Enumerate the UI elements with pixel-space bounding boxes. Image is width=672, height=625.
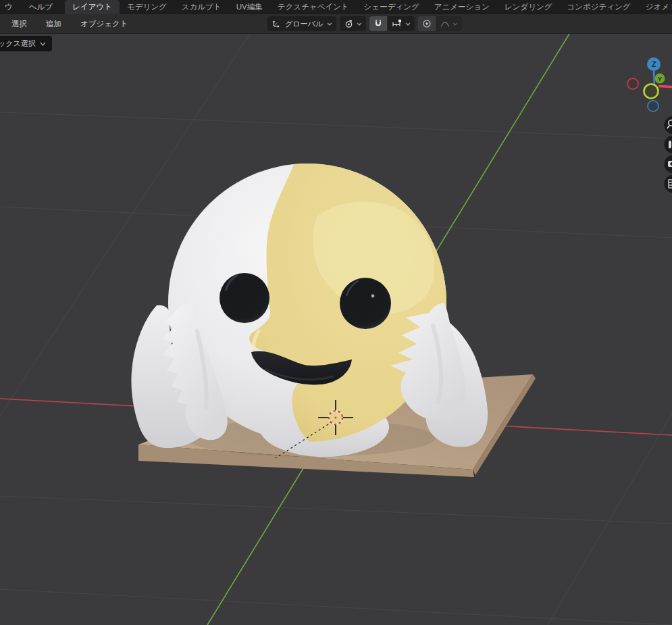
menu-window-partial[interactable]: ウ <box>2 2 16 12</box>
active-tool-dropdown[interactable]: ックス選択 <box>0 36 52 51</box>
pivot-point-dropdown[interactable] <box>340 16 366 31</box>
chevron-down-icon <box>357 22 362 26</box>
orientation-axes-icon <box>272 19 281 28</box>
transform-orientation-dropdown[interactable]: グローバル <box>267 16 336 31</box>
proportional-editing-toggle[interactable] <box>418 16 436 31</box>
camera-view-button[interactable] <box>665 155 672 174</box>
tab-geometry-nodes[interactable]: ジオメトリノード <box>638 0 672 14</box>
right-eye <box>340 278 391 329</box>
topbar-menus: ウ ヘルプ <box>0 0 55 14</box>
gizmo-y-pos-ball[interactable]: Y <box>655 74 665 84</box>
pivot-point-icon <box>344 19 354 29</box>
active-tool-label: ックス選択 <box>0 39 36 49</box>
snap-increment-icon <box>392 19 403 28</box>
falloff-curve-icon <box>440 19 450 28</box>
menu-help[interactable]: ヘルプ <box>26 2 55 12</box>
gizmo-x-neg-ball[interactable] <box>627 78 638 89</box>
viewport-header-menus: 選択 追加 オブジェクト <box>9 14 131 34</box>
gizmo-z-pos-ball[interactable]: Z <box>647 57 661 71</box>
tab-uv-editing[interactable]: UV編集 <box>229 0 270 14</box>
viewport-header-tools: グローバル <box>267 16 462 31</box>
chevron-down-icon <box>405 22 411 26</box>
snap-toggle-button[interactable] <box>369 16 387 31</box>
left-eye <box>219 273 269 323</box>
chevron-down-icon <box>327 22 332 26</box>
transform-orientation-label: グローバル <box>284 19 324 29</box>
tab-rendering[interactable]: レンダリング <box>497 0 560 14</box>
viewport-side-buttons <box>665 116 672 193</box>
grid-toggle-button[interactable] <box>665 175 672 193</box>
menu-object[interactable]: オブジェクト <box>78 19 131 29</box>
tab-shading[interactable]: シェーディング <box>357 0 427 14</box>
workspace-tabs: レイアウト モデリング スカルプト UV編集 テクスチャペイント シェーディング… <box>65 0 672 14</box>
magnet-icon <box>373 19 383 28</box>
snap-with-dropdown[interactable] <box>388 16 415 31</box>
scene-canvas: Z Y <box>0 34 672 625</box>
chevron-down-icon <box>40 42 46 46</box>
proportional-editing-icon <box>422 19 432 28</box>
navigation-gizmo[interactable]: Z Y <box>627 57 672 111</box>
gizmo-y-neg-ball-highlighted[interactable] <box>644 84 658 99</box>
blender-window: ウ ヘルプ レイアウト モデリング スカルプト UV編集 テクスチャペイント シ… <box>0 0 672 625</box>
gizmo-z-label: Z <box>652 60 656 68</box>
gizmo-z-stem <box>654 70 654 86</box>
tab-sculpting[interactable]: スカルプト <box>174 0 229 14</box>
menu-add[interactable]: 追加 <box>43 19 64 29</box>
tab-layout[interactable]: レイアウト <box>65 0 120 14</box>
tab-texture-paint[interactable]: テクスチャペイント <box>270 0 357 14</box>
zoom-button[interactable] <box>665 116 672 134</box>
menu-select[interactable]: 選択 <box>9 19 30 29</box>
gizmo-y-label: Y <box>658 75 663 82</box>
tab-animation[interactable]: アニメーション <box>427 0 497 14</box>
tab-compositing[interactable]: コンポジティング <box>559 0 638 14</box>
gizmo-z-neg-ball[interactable] <box>648 101 658 111</box>
topbar: ウ ヘルプ レイアウト モデリング スカルプト UV編集 テクスチャペイント シ… <box>0 0 672 14</box>
gizmo-x-stem <box>658 86 672 87</box>
character-object[interactable] <box>131 149 488 457</box>
tab-modeling[interactable]: モデリング <box>120 0 174 14</box>
chevron-down-icon <box>453 22 458 26</box>
viewport-header: 選択 追加 オブジェクト グローバル <box>0 14 672 34</box>
viewport-3d[interactable]: Z Y <box>0 34 672 625</box>
proportional-falloff-dropdown[interactable] <box>436 16 462 31</box>
